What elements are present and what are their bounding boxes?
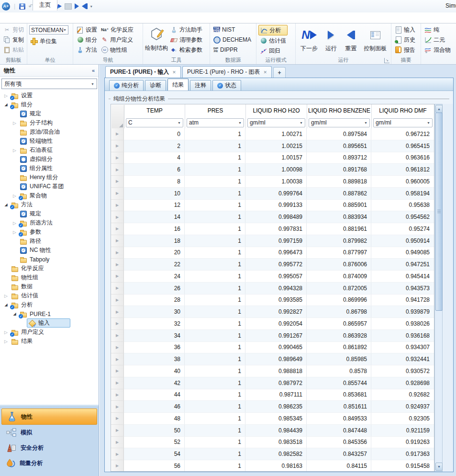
- retrieve-params-button[interactable]: ◆↓检索参数: [169, 45, 204, 55]
- table-cell[interactable]: 0.958194: [371, 188, 434, 199]
- reset-icon[interactable]: [82, 3, 88, 9]
- row-selector[interactable]: ▶: [111, 425, 124, 437]
- table-cell[interactable]: 0.949085: [371, 247, 434, 259]
- table-cell[interactable]: 1: [185, 306, 245, 317]
- unit-combobox[interactable]: C▼: [126, 118, 183, 127]
- table-cell[interactable]: 1: [185, 211, 245, 223]
- subtab-status[interactable]: ✓状态: [212, 80, 241, 91]
- tree-item[interactable]: ✓输入: [0, 318, 98, 328]
- table-cell[interactable]: 0.999133: [245, 200, 307, 211]
- table-cell[interactable]: 0.861892: [307, 342, 371, 353]
- tree-item[interactable]: 路径: [0, 237, 98, 246]
- table-cell[interactable]: 1: [185, 365, 245, 377]
- scroll-up-icon[interactable]: ▲: [435, 105, 443, 113]
- table-cell[interactable]: 18: [124, 235, 185, 247]
- tree-item-body[interactable]: 分子结构: [18, 118, 54, 127]
- tree-item[interactable]: ▷结果: [0, 337, 98, 346]
- tree-filter-combobox[interactable]: 所有项 ▼: [1, 79, 97, 89]
- env-button-safety[interactable]: 安全分析: [1, 440, 97, 455]
- row-selector[interactable]: ▶: [111, 223, 124, 235]
- table-cell[interactable]: 1: [185, 283, 245, 294]
- tree-item[interactable]: 化学反应: [0, 264, 98, 273]
- table-cell[interactable]: 42: [124, 377, 185, 389]
- env-button-energy[interactable]: 能量分析: [1, 455, 97, 471]
- row-selector[interactable]: ▶: [111, 188, 124, 200]
- row-selector[interactable]: ▶: [111, 401, 124, 413]
- close-icon[interactable]: ✕: [172, 70, 176, 75]
- expand-arrow-icon[interactable]: ▷: [11, 230, 18, 235]
- tree-item[interactable]: ◢✓组分: [0, 100, 98, 109]
- reset-button[interactable]: 重置: [342, 25, 361, 57]
- subtab-comments[interactable]: 注释: [190, 80, 211, 91]
- table-cell[interactable]: 0.960005: [371, 176, 434, 187]
- table-cell[interactable]: 0.988818: [245, 365, 307, 377]
- table-cell[interactable]: 0.872005: [307, 283, 371, 294]
- tree-item-body[interactable]: ✓轻端物性: [18, 136, 54, 146]
- tree-item-body[interactable]: ✓UNIFAC 基团: [18, 182, 65, 191]
- table-cell[interactable]: 1: [185, 235, 245, 247]
- table-cell[interactable]: 10: [124, 188, 185, 199]
- collapse-arrow-icon[interactable]: ◢: [2, 102, 10, 107]
- table-cell[interactable]: 0.853681: [307, 389, 371, 401]
- report-button[interactable]: 报告: [393, 45, 417, 55]
- paste-button[interactable]: 粘贴: [2, 45, 25, 55]
- table-cell[interactable]: 0.924937: [371, 401, 434, 412]
- table-cell[interactable]: 0.95638: [371, 200, 434, 211]
- table-cell[interactable]: 0.983518: [245, 437, 307, 448]
- table-cell[interactable]: 56: [124, 460, 185, 472]
- table-cell[interactable]: 0.881961: [307, 223, 371, 235]
- table-cell[interactable]: 0.998489: [245, 211, 307, 223]
- table-cell[interactable]: 12: [124, 200, 185, 211]
- table-cell[interactable]: 0.897584: [307, 128, 371, 140]
- nist-button[interactable]: TDENISTNIST: [212, 25, 253, 34]
- row-selector[interactable]: ▶: [111, 247, 124, 259]
- tree-item-body[interactable]: ✓规定: [18, 109, 43, 118]
- tree-item-body[interactable]: ✓PURE-1: [18, 310, 52, 318]
- table-cell[interactable]: 0.917363: [371, 448, 434, 460]
- tree-item[interactable]: 原油/混合油: [0, 127, 98, 136]
- tab-home[interactable]: 主页: [33, 0, 57, 11]
- table-cell[interactable]: 0.938026: [371, 318, 434, 329]
- tree-item[interactable]: ▷✓参数: [0, 227, 98, 237]
- tree-item-body[interactable]: ✓聚合物: [18, 191, 48, 200]
- tree-item-body[interactable]: ✓参数: [18, 227, 43, 237]
- table-cell[interactable]: 1: [185, 342, 245, 353]
- table-cell[interactable]: 0.851611: [307, 401, 371, 412]
- expand-arrow-icon[interactable]: ▷: [2, 93, 10, 98]
- tree-item[interactable]: Henry 组分: [0, 173, 98, 182]
- dechema-button[interactable]: DECHEMA: [212, 35, 253, 45]
- collapse-arrow-icon[interactable]: ◢: [11, 312, 18, 316]
- table-cell[interactable]: 8: [124, 176, 185, 187]
- tree-item[interactable]: ◢✓PURE-1: [0, 309, 98, 318]
- table-cell[interactable]: 0.995057: [245, 271, 307, 282]
- tree-item[interactable]: 虚拟组分: [0, 155, 98, 164]
- tree-item-body[interactable]: 原油/混合油: [18, 127, 61, 136]
- table-cell[interactable]: 0.941728: [371, 295, 434, 306]
- table-cell[interactable]: 0.92305: [371, 413, 434, 424]
- regression-mode-button[interactable]: 回归: [258, 46, 288, 56]
- table-cell[interactable]: 0.987111: [245, 389, 307, 401]
- table-cell[interactable]: 0.991267: [245, 330, 307, 341]
- table-cell[interactable]: 1: [185, 401, 245, 412]
- table-cell[interactable]: 0.98163: [245, 460, 307, 472]
- table-cell[interactable]: 0.967212: [371, 128, 434, 140]
- table-cell[interactable]: 0.939879: [371, 306, 434, 317]
- next-button[interactable]: N下一步: [298, 25, 321, 57]
- tree-item-body[interactable]: ✓规定: [18, 209, 43, 218]
- table-cell[interactable]: 0.993585: [245, 295, 307, 306]
- row-selector[interactable]: ▶: [111, 365, 124, 377]
- table-cell[interactable]: 0.855744: [307, 377, 371, 389]
- table-cell[interactable]: 0.928698: [371, 377, 434, 389]
- column-header[interactable]: LIQUID RHO H2O: [246, 104, 307, 117]
- collapse-pane-icon[interactable]: «: [92, 68, 95, 73]
- tree-item[interactable]: ✓组分属性: [0, 164, 98, 173]
- scroll-down-icon[interactable]: ▼: [435, 463, 443, 471]
- table-cell[interactable]: 1: [185, 223, 245, 235]
- table-cell[interactable]: 0.987972: [245, 377, 307, 389]
- table-cell[interactable]: 48: [124, 413, 185, 424]
- table-cell[interactable]: 0.845356: [307, 437, 371, 448]
- table-cell[interactable]: 4: [124, 152, 185, 164]
- copy-button[interactable]: 复制: [2, 35, 25, 45]
- collapse-arrow-icon[interactable]: ◢: [2, 303, 10, 307]
- tree-item[interactable]: ✓规定: [0, 209, 98, 218]
